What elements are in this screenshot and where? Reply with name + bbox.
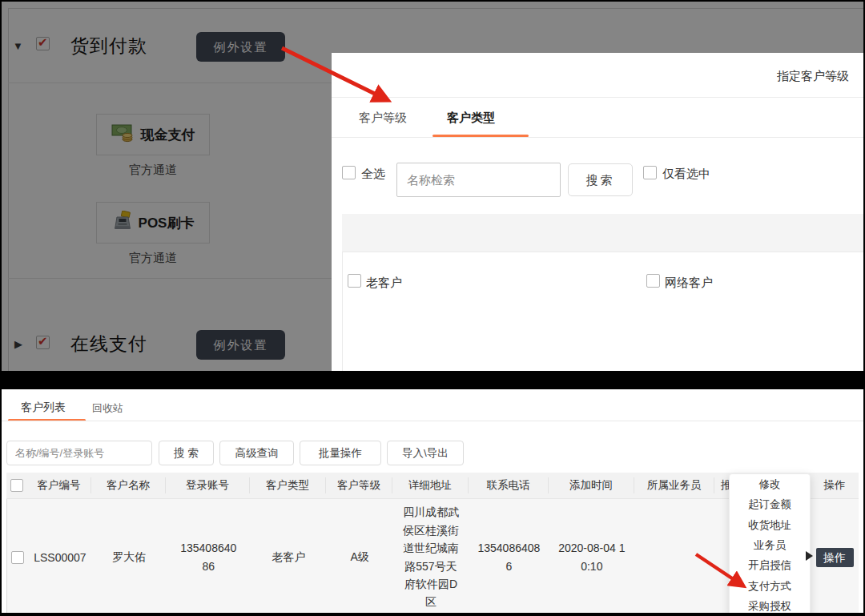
search-button[interactable]: 搜 索 [159, 441, 214, 465]
tab-customer-list[interactable]: 客户列表 [21, 401, 66, 415]
screenshot-canvas: ▼ 货到付款 例外设置 现金支付 官方通道 [0, 0, 865, 616]
col-action: 操作 [811, 477, 859, 493]
cell-login-account: 13540864086 [179, 539, 238, 575]
row-checkbox[interactable] [11, 551, 24, 564]
menu-item-payment-method[interactable]: 支付方式 [730, 576, 810, 596]
modal-gray-band [342, 214, 865, 252]
col-phone: 联系电话 [469, 477, 549, 493]
old-customer-checkbox[interactable] [348, 274, 361, 288]
old-customer-label: 老客户 [366, 276, 402, 291]
cell-added-time: 2020-08-04 10:10 [554, 539, 629, 575]
import-export-button[interactable]: 导入\导出 [387, 441, 464, 465]
select-all-label: 全选 [361, 167, 385, 182]
batch-operation-button[interactable]: 批量操作 [300, 441, 381, 465]
tab-customer-level[interactable]: 客户等级 [359, 111, 407, 126]
header-select-all-checkbox[interactable] [10, 479, 23, 492]
modal-header-divider [332, 97, 865, 98]
action-dropdown-menu: 修改 起订金额 收货地址 业务员 开启授信 支付方式 采购授权 [729, 473, 811, 616]
cell-customer-name: 罗大佑 [92, 550, 167, 565]
network-customer-checkbox[interactable] [646, 274, 660, 288]
customer-search-input[interactable] [6, 441, 152, 465]
cell-customer-type: 老客户 [251, 550, 327, 565]
mouse-cursor-icon [806, 551, 813, 561]
cell-address: 四川成都武侯区桂溪街道世纪城南路557号天府软件园D区 [400, 503, 462, 610]
payment-settings-page: ▼ 货到付款 例外设置 现金支付 官方通道 [0, 0, 865, 371]
cell-customer-no: LSS00007 [28, 551, 92, 564]
cell-phone: 13540864086 [476, 539, 541, 575]
menu-item-purchase-authorization[interactable]: 采购授权 [730, 597, 810, 616]
col-added-time: 添加时间 [549, 477, 634, 493]
only-selected-label: 仅看选中 [662, 167, 710, 182]
screenshot-separator [0, 371, 865, 389]
select-all-checkbox[interactable] [342, 166, 356, 179]
menu-item-shipping-address[interactable]: 收货地址 [730, 515, 810, 535]
cell-customer-level: A级 [327, 550, 393, 565]
only-selected-checkbox[interactable] [643, 166, 657, 179]
col-customer-type: 客户类型 [250, 477, 326, 493]
customer-type-list: 老客户 网络客户 [342, 252, 865, 371]
network-customer-label: 网络客户 [665, 276, 713, 291]
tabs-divider [332, 137, 865, 138]
customer-list-page: 客户列表 回收站 搜 索 高级查询 批量操作 导入\导出 客户编号 客户名称 登… [0, 389, 865, 616]
modal-title: 指定客户等级 [777, 69, 849, 84]
row-action-button[interactable]: 操作 [816, 548, 854, 567]
tab-recycle-bin[interactable]: 回收站 [92, 401, 123, 416]
tabs-divider [0, 421, 865, 421]
customer-level-modal: 指定客户等级 客户等级 客户类型 全选 搜索 仅看选中 老客户 网络客户 [332, 53, 865, 371]
menu-item-min-order-amount[interactable]: 起订金额 [730, 494, 810, 514]
advanced-query-button[interactable]: 高级查询 [219, 441, 294, 465]
menu-item-salesman[interactable]: 业务员 [730, 535, 810, 555]
col-customer-name: 客户名称 [91, 477, 166, 493]
modal-search-button[interactable]: 搜索 [568, 163, 633, 196]
tab-customer-type[interactable]: 客户类型 [447, 111, 495, 126]
menu-item-enable-credit[interactable]: 开启授信 [730, 556, 810, 576]
col-login-account: 登录账号 [166, 477, 250, 493]
col-address: 详细地址 [392, 477, 469, 493]
col-salesman: 所属业务员 [634, 477, 714, 493]
menu-item-edit[interactable]: 修改 [730, 474, 810, 494]
col-customer-level: 客户等级 [326, 477, 392, 493]
col-customer-no: 客户编号 [27, 477, 91, 493]
name-search-input[interactable] [396, 163, 561, 197]
